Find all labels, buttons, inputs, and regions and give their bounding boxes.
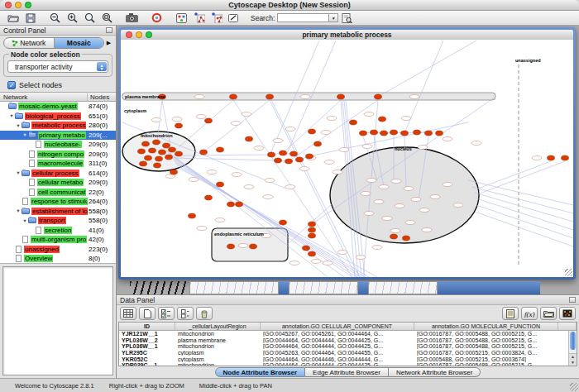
tree-row[interactable]: ▼cellular process614(0) [0,169,116,179]
background-window-fragment[interactable] [189,281,279,294]
tree-row[interactable]: response to stimulu264(0) [0,197,116,207]
advanced-search-button[interactable] [338,12,356,25]
expand-arrow-icon[interactable]: ▼ [8,113,15,118]
network-zoom-button[interactable] [146,31,152,38]
tree-row[interactable]: macromolecule311(0) [0,159,116,169]
float-panel-icon[interactable] [569,297,576,303]
search-input[interactable] [277,13,328,22]
unselect-attributes-icon [181,309,189,318]
import-attributes-button[interactable] [540,307,557,320]
zoom-button[interactable] [25,2,31,8]
open-session-button[interactable] [4,12,22,25]
background-window-frame-fragment[interactable] [279,281,289,294]
birdseye-view-panel[interactable] [2,266,113,375]
network-canvas[interactable]: plasma membranecytoplasmmitochondrionnuc… [121,40,573,277]
layout-a-button[interactable] [190,12,208,25]
tab-node-attribute-browser[interactable]: Node Attribute Browser [215,367,306,377]
window-resize-grip[interactable] [565,269,572,276]
scrollbar-thumb[interactable] [570,332,576,350]
annotation-button[interactable] [225,12,242,25]
selected-gene-node [145,155,152,160]
attribute-table-button[interactable] [120,307,136,320]
selected-gene-node [189,213,196,218]
expand-arrow-icon[interactable]: ▼ [15,123,22,128]
close-button[interactable] [5,2,12,8]
snapshot-button[interactable] [123,12,141,25]
column-header[interactable] [558,323,577,330]
gene-node [290,261,299,265]
node-color-select[interactable]: transporter activity ▲▼ [7,60,108,73]
column-header[interactable]: annotation.GO MOLECULAR_FUNCTION [414,323,558,330]
vizmapper-button[interactable] [173,12,190,25]
minimize-button[interactable] [15,2,22,8]
tree-row[interactable]: ▼primary metabo209(... [0,131,116,141]
help-button[interactable] [148,12,165,25]
network-minimize-button[interactable] [136,31,142,38]
zoom-selected-button[interactable] [81,12,98,25]
tab-edge-attribute-browser[interactable]: Edge Attribute Browser [305,367,389,377]
background-window-fragment[interactable] [368,281,438,294]
tree-header-network[interactable]: Network [0,93,88,101]
tree-row[interactable]: nitrogen compo209(0) [0,150,116,160]
function-builder-button[interactable]: f(x) [521,307,538,320]
tree-row[interactable]: ▼establishment of lo558(0) [0,207,116,217]
tree-row[interactable]: cellular metabo209(0) [0,178,116,188]
expand-arrow-icon[interactable]: ▼ [22,132,28,137]
tab-network[interactable]: Network [4,38,54,48]
zoom-in-button[interactable] [64,12,81,25]
table-cell: YJR121W__1 [119,331,175,337]
table-row[interactable]: YKR052Ccytoplasm[GO:0044464, GO:0044446,… [119,356,577,362]
table-row[interactable]: YPL036W__2plasma membrane[GO:0044464, GO… [119,337,577,344]
zoom-out-button[interactable] [46,12,64,25]
column-header[interactable]: annotation.GO CELLULAR_COMPONENT [261,323,414,330]
app-resize-grip[interactable] [570,383,578,391]
background-window-fragment[interactable] [289,281,358,294]
selected-gene-node [280,151,287,155]
save-session-button[interactable] [22,12,39,25]
tree-row[interactable]: ▼transport558(0) [0,216,116,226]
tree-item-count: 8(0) [88,255,116,262]
select-attributes-button[interactable] [158,307,175,320]
tree-row[interactable]: unassigned223(0) [0,245,116,255]
select-nodes-checkbox[interactable]: ✓ [7,81,16,89]
tree-row[interactable]: multi-organism pro42(0) [0,235,116,245]
column-header[interactable]: ID [119,323,175,330]
background-window-frame-fragment[interactable] [438,281,540,294]
background-network-fragment[interactable] [130,281,188,294]
float-panel-icon[interactable] [106,27,112,33]
tree-header-nodes[interactable]: Nodes [88,93,116,101]
zoom-fit-button[interactable] [98,12,116,25]
search-label: Search: [251,14,275,22]
tree-row[interactable]: ▼biological_process651(0) [0,112,116,122]
table-row[interactable]: YPL036W__1mitochondrion[GO:0044464, GO:0… [119,343,577,350]
table-row[interactable]: YJR121W__1mitochondrion[GO:0045267, GO:0… [119,331,577,337]
unselect-attributes-button[interactable] [177,307,194,320]
expand-arrow-icon[interactable]: ▼ [15,208,22,213]
table-row[interactable]: YDR039C__1mitochondrion[GO:0044464, GO:0… [119,362,577,366]
create-attribute-button[interactable] [139,307,156,320]
network-close-button[interactable] [126,31,132,38]
tree-row[interactable]: ▼metabolic process280(0) [0,121,116,131]
background-window-frame-fragment[interactable] [358,281,368,294]
notes-button[interactable] [502,307,519,320]
network-window-titlebar[interactable]: primary metabolic process [121,30,573,40]
tree-row[interactable]: cell communicat22(0) [0,188,116,198]
expand-arrow-icon[interactable]: ▼ [15,170,22,175]
tab-mosaic[interactable]: Mosaic [54,38,104,48]
scrollbar-arrows-icon[interactable]: ▲▼ [569,353,577,366]
tree-row[interactable]: Overview8(0) [0,254,116,264]
table-scrollbar[interactable]: ▲▼ [568,331,577,366]
table-row[interactable]: YLR295Ccytoplasm[GO:0045263, GO:0044464,… [119,350,577,356]
delete-attribute-button[interactable] [196,307,213,320]
column-header[interactable]: _cellularLayoutRegion [175,323,261,330]
attribute-matrix-button[interactable] [559,307,576,320]
search-dropdown-button[interactable]: ▼ [328,13,338,22]
gene-node [405,221,415,225]
tree-row[interactable]: nucleobase-209(0) [0,140,116,150]
more-tabs-arrow-icon[interactable]: ▶ [104,40,113,46]
tree-row[interactable]: secretion41(0) [0,226,116,236]
tree-row[interactable]: mosaic-demo-yeast874(0) [0,102,116,112]
layout-b-button[interactable] [208,12,225,25]
tab-network-attribute-browser[interactable]: Network Attribute Browser [389,367,481,377]
expand-arrow-icon[interactable]: ▼ [22,218,28,223]
